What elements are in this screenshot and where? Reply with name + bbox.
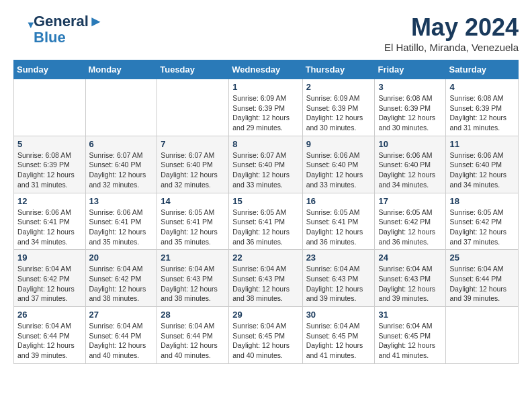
calendar-cell: 27Sunrise: 6:04 AMSunset: 6:44 PMDayligh… xyxy=(85,307,157,364)
calendar-header-tuesday: Tuesday xyxy=(157,60,229,79)
day-info: Sunrise: 6:05 AMSunset: 6:42 PMDaylight:… xyxy=(378,208,442,247)
calendar-cell: 30Sunrise: 6:04 AMSunset: 6:45 PMDayligh… xyxy=(302,307,375,364)
day-number: 29 xyxy=(232,310,298,320)
day-info: Sunrise: 6:04 AMSunset: 6:43 PMDaylight:… xyxy=(161,264,225,304)
calendar-cell: 20Sunrise: 6:04 AMSunset: 6:42 PMDayligh… xyxy=(85,250,157,307)
day-number: 27 xyxy=(89,310,154,320)
title-area: May 2024 El Hatillo, Miranda, Venezuela xyxy=(384,13,519,53)
calendar-header-monday: Monday xyxy=(85,60,157,79)
calendar-cell: 31Sunrise: 6:04 AMSunset: 6:45 PMDayligh… xyxy=(375,307,446,364)
calendar-week-3: 12Sunrise: 6:06 AMSunset: 6:41 PMDayligh… xyxy=(14,193,519,250)
day-info: Sunrise: 6:05 AMSunset: 6:41 PMDaylight:… xyxy=(306,208,371,247)
day-number: 6 xyxy=(89,139,154,149)
day-number: 2 xyxy=(306,82,371,92)
calendar-cell xyxy=(157,79,229,136)
day-number: 25 xyxy=(449,253,515,263)
logo: General► Blue xyxy=(13,13,103,46)
calendar-cell: 7Sunrise: 6:07 AMSunset: 6:40 PMDaylight… xyxy=(157,136,229,193)
calendar-cell: 1Sunrise: 6:09 AMSunset: 6:39 PMDaylight… xyxy=(229,79,302,136)
day-number: 10 xyxy=(378,139,442,149)
day-number: 20 xyxy=(89,253,154,263)
day-number: 1 xyxy=(232,82,298,92)
calendar-cell: 19Sunrise: 6:04 AMSunset: 6:42 PMDayligh… xyxy=(14,250,86,307)
calendar-cell: 28Sunrise: 6:04 AMSunset: 6:44 PMDayligh… xyxy=(157,307,229,364)
calendar-cell: 3Sunrise: 6:08 AMSunset: 6:39 PMDaylight… xyxy=(375,79,446,136)
month-title: May 2024 xyxy=(384,13,519,42)
day-info: Sunrise: 6:04 AMSunset: 6:44 PMDaylight:… xyxy=(449,264,515,304)
day-info: Sunrise: 6:09 AMSunset: 6:39 PMDaylight:… xyxy=(306,93,371,133)
calendar-cell: 4Sunrise: 6:08 AMSunset: 6:39 PMDaylight… xyxy=(446,79,519,136)
calendar-cell: 23Sunrise: 6:04 AMSunset: 6:43 PMDayligh… xyxy=(302,250,375,307)
calendar-table: SundayMondayTuesdayWednesdayThursdayFrid… xyxy=(13,60,519,364)
day-number: 19 xyxy=(17,253,82,263)
calendar-header-friday: Friday xyxy=(375,60,446,79)
day-info: Sunrise: 6:04 AMSunset: 6:42 PMDaylight:… xyxy=(89,264,154,304)
day-number: 24 xyxy=(378,253,442,263)
day-info: Sunrise: 6:06 AMSunset: 6:41 PMDaylight:… xyxy=(89,208,154,247)
calendar-cell xyxy=(14,79,86,136)
calendar-week-1: 1Sunrise: 6:09 AMSunset: 6:39 PMDaylight… xyxy=(14,79,519,136)
calendar-cell: 8Sunrise: 6:07 AMSunset: 6:40 PMDaylight… xyxy=(229,136,302,193)
calendar-cell: 12Sunrise: 6:06 AMSunset: 6:41 PMDayligh… xyxy=(14,193,86,250)
day-number: 16 xyxy=(306,196,371,206)
calendar-week-2: 5Sunrise: 6:08 AMSunset: 6:39 PMDaylight… xyxy=(14,136,519,193)
calendar-cell: 6Sunrise: 6:07 AMSunset: 6:40 PMDaylight… xyxy=(85,136,157,193)
calendar-header-sunday: Sunday xyxy=(14,60,86,79)
calendar-cell: 5Sunrise: 6:08 AMSunset: 6:39 PMDaylight… xyxy=(14,136,86,193)
day-info: Sunrise: 6:04 AMSunset: 6:43 PMDaylight:… xyxy=(232,264,298,304)
day-info: Sunrise: 6:07 AMSunset: 6:40 PMDaylight:… xyxy=(89,150,154,190)
calendar-cell: 17Sunrise: 6:05 AMSunset: 6:42 PMDayligh… xyxy=(375,193,446,250)
day-number: 3 xyxy=(378,82,442,92)
day-info: Sunrise: 6:04 AMSunset: 6:44 PMDaylight:… xyxy=(89,321,154,361)
day-number: 8 xyxy=(232,139,298,149)
day-number: 9 xyxy=(306,139,371,149)
calendar-cell: 22Sunrise: 6:04 AMSunset: 6:43 PMDayligh… xyxy=(229,250,302,307)
calendar-header-saturday: Saturday xyxy=(446,60,519,79)
page-header: General► Blue May 2024 El Hatillo, Miran… xyxy=(13,13,519,53)
day-number: 31 xyxy=(378,310,442,320)
day-info: Sunrise: 6:04 AMSunset: 6:42 PMDaylight:… xyxy=(17,264,82,304)
calendar-cell: 24Sunrise: 6:04 AMSunset: 6:43 PMDayligh… xyxy=(375,250,446,307)
day-number: 26 xyxy=(17,310,82,320)
day-number: 28 xyxy=(161,310,225,320)
day-info: Sunrise: 6:06 AMSunset: 6:40 PMDaylight:… xyxy=(378,150,442,190)
day-info: Sunrise: 6:04 AMSunset: 6:43 PMDaylight:… xyxy=(378,264,442,304)
calendar-cell xyxy=(85,79,157,136)
calendar-cell: 15Sunrise: 6:05 AMSunset: 6:41 PMDayligh… xyxy=(229,193,302,250)
day-number: 5 xyxy=(17,139,82,149)
day-number: 23 xyxy=(306,253,371,263)
day-info: Sunrise: 6:05 AMSunset: 6:42 PMDaylight:… xyxy=(449,208,515,247)
day-number: 13 xyxy=(89,196,154,206)
day-number: 12 xyxy=(17,196,82,206)
day-info: Sunrise: 6:07 AMSunset: 6:40 PMDaylight:… xyxy=(232,150,298,190)
day-info: Sunrise: 6:08 AMSunset: 6:39 PMDaylight:… xyxy=(378,93,442,133)
day-info: Sunrise: 6:06 AMSunset: 6:41 PMDaylight:… xyxy=(17,208,82,247)
calendar-cell: 11Sunrise: 6:06 AMSunset: 6:40 PMDayligh… xyxy=(446,136,519,193)
calendar-cell xyxy=(446,307,519,364)
day-info: Sunrise: 6:06 AMSunset: 6:40 PMDaylight:… xyxy=(449,150,515,190)
calendar-cell: 16Sunrise: 6:05 AMSunset: 6:41 PMDayligh… xyxy=(302,193,375,250)
day-info: Sunrise: 6:05 AMSunset: 6:41 PMDaylight:… xyxy=(161,208,225,247)
day-info: Sunrise: 6:09 AMSunset: 6:39 PMDaylight:… xyxy=(232,93,298,133)
calendar-header-thursday: Thursday xyxy=(302,60,375,79)
calendar-cell: 26Sunrise: 6:04 AMSunset: 6:44 PMDayligh… xyxy=(14,307,86,364)
day-number: 17 xyxy=(378,196,442,206)
location: El Hatillo, Miranda, Venezuela xyxy=(384,42,519,53)
calendar-week-5: 26Sunrise: 6:04 AMSunset: 6:44 PMDayligh… xyxy=(14,307,519,364)
day-info: Sunrise: 6:04 AMSunset: 6:44 PMDaylight:… xyxy=(161,321,225,361)
day-number: 21 xyxy=(161,253,225,263)
day-info: Sunrise: 6:04 AMSunset: 6:43 PMDaylight:… xyxy=(306,264,371,304)
calendar-cell: 21Sunrise: 6:04 AMSunset: 6:43 PMDayligh… xyxy=(157,250,229,307)
day-info: Sunrise: 6:05 AMSunset: 6:41 PMDaylight:… xyxy=(232,208,298,247)
calendar-cell: 2Sunrise: 6:09 AMSunset: 6:39 PMDaylight… xyxy=(302,79,375,136)
calendar-cell: 18Sunrise: 6:05 AMSunset: 6:42 PMDayligh… xyxy=(446,193,519,250)
day-number: 7 xyxy=(161,139,225,149)
day-info: Sunrise: 6:06 AMSunset: 6:40 PMDaylight:… xyxy=(306,150,371,190)
day-number: 4 xyxy=(449,82,515,92)
day-info: Sunrise: 6:04 AMSunset: 6:45 PMDaylight:… xyxy=(306,321,371,361)
day-info: Sunrise: 6:08 AMSunset: 6:39 PMDaylight:… xyxy=(17,150,82,190)
calendar-week-4: 19Sunrise: 6:04 AMSunset: 6:42 PMDayligh… xyxy=(14,250,519,307)
logo-icon xyxy=(15,19,34,38)
day-info: Sunrise: 6:04 AMSunset: 6:45 PMDaylight:… xyxy=(378,321,442,361)
svg-marker-0 xyxy=(28,23,34,28)
